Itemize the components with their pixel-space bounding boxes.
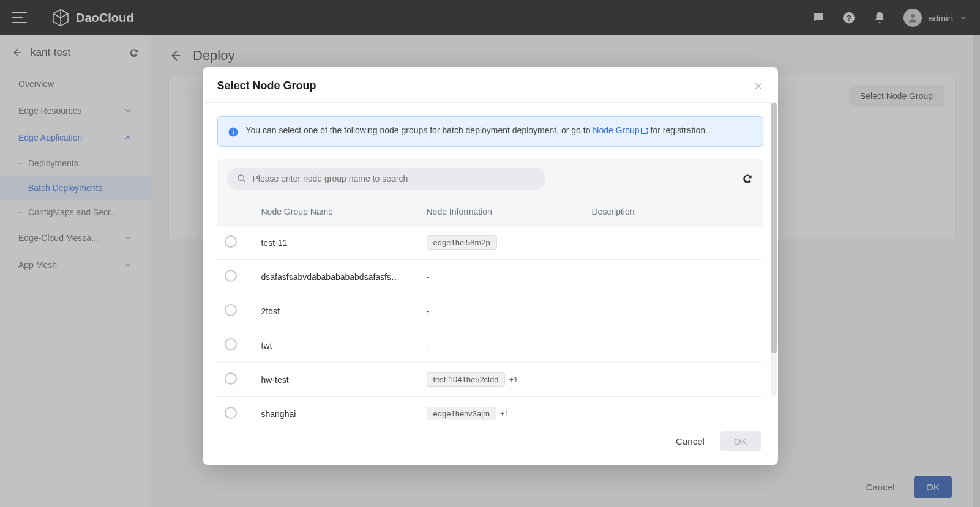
table-row[interactable]: twt - [217, 328, 763, 363]
search-toolbar [217, 159, 763, 198]
node-tag: test-1041he52cldd [427, 372, 506, 387]
table-row[interactable]: 2fdsf - [217, 294, 763, 328]
search-box[interactable] [227, 168, 545, 190]
link-label: Node Group [593, 125, 639, 135]
modal-cancel-button[interactable]: Cancel [668, 431, 712, 451]
row-radio[interactable] [225, 270, 237, 282]
table-row[interactable]: test-11 edge1hei58m2p [217, 226, 763, 260]
node-tag: edge1hehv3ajm [427, 407, 497, 420]
info-icon [228, 127, 239, 138]
refresh-icon[interactable] [741, 172, 754, 185]
node-group-table: Node Group Name Node Information Descrip… [217, 198, 763, 420]
row-radio[interactable] [225, 338, 237, 350]
row-name: dsafasfsabvdabababababdsafasfsab... [261, 272, 402, 282]
col-name: Node Group Name [254, 198, 419, 226]
row-desc [585, 328, 763, 363]
modal-overlay[interactable]: Select Node Group You can select one of … [0, 0, 980, 507]
row-radio[interactable] [225, 372, 237, 385]
table-row[interactable]: hw-test test-1041he52cldd+1 [217, 363, 763, 397]
search-input[interactable] [253, 174, 536, 183]
close-icon[interactable] [754, 81, 763, 91]
info-banner: You can select one of the following node… [217, 116, 763, 147]
info-text: You can select one of the following node… [246, 125, 708, 138]
node-group-link[interactable]: Node Group [593, 125, 648, 135]
info-text-pre: You can select one of the following node… [246, 125, 593, 135]
col-desc: Description [585, 198, 763, 226]
row-radio[interactable] [225, 407, 237, 419]
row-radio[interactable] [225, 235, 237, 248]
node-info-text: - [427, 306, 430, 316]
search-icon [237, 174, 247, 183]
row-radio[interactable] [225, 304, 237, 316]
modal-title: Select Node Group [217, 80, 316, 92]
node-info-text: - [427, 341, 430, 350]
row-name: test-11 [261, 238, 402, 248]
node-info-text: - [427, 272, 430, 282]
row-desc [585, 226, 763, 260]
svg-rect-5 [233, 130, 234, 131]
more-count: +1 [500, 409, 509, 418]
select-node-group-modal: Select Node Group You can select one of … [203, 67, 778, 465]
modal-ok-button[interactable]: OK [720, 431, 761, 451]
table-row[interactable]: dsafasfsabvdabababababdsafasfsab... - [217, 260, 763, 294]
row-desc [585, 294, 763, 328]
row-desc [585, 260, 763, 294]
table-row[interactable]: shanghai edge1hehv3ajm+1 [217, 397, 763, 421]
node-tag: edge1hei58m2p [427, 235, 497, 250]
info-text-post: for registration. [651, 125, 708, 135]
svg-point-6 [238, 175, 244, 180]
row-name: twt [261, 341, 402, 350]
external-link-icon [641, 127, 648, 135]
row-name: shanghai [261, 409, 402, 419]
row-name: 2fdsf [261, 306, 402, 316]
row-desc [585, 397, 763, 421]
svg-rect-4 [233, 131, 234, 135]
scrollbar-thumb[interactable] [771, 103, 777, 353]
row-desc [585, 363, 763, 397]
more-count: +1 [509, 375, 518, 384]
col-info: Node Information [419, 198, 585, 226]
row-name: hw-test [261, 375, 402, 385]
